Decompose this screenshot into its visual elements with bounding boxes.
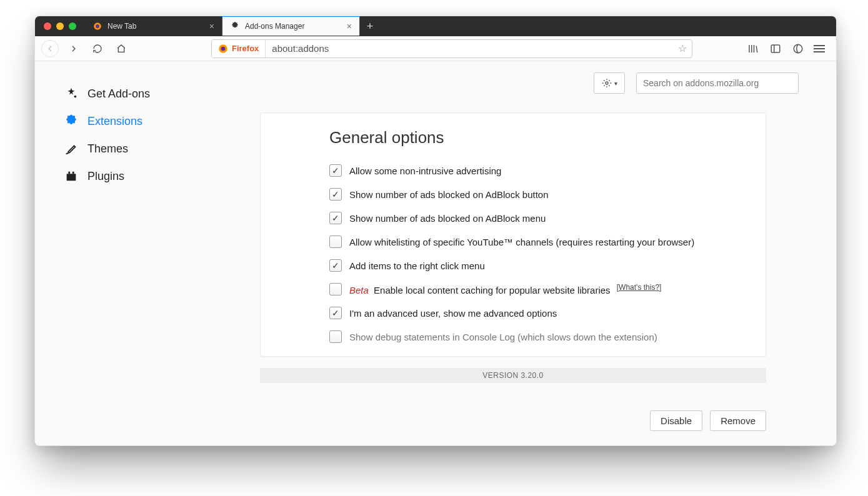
option-row: Beta Enable local content caching for po… bbox=[329, 277, 751, 301]
option-row: Add items to the right click menu bbox=[329, 254, 751, 277]
version-strip: VERSION 3.20.0 bbox=[260, 368, 766, 383]
svg-rect-7 bbox=[67, 174, 76, 181]
checkbox-show-count-button[interactable] bbox=[329, 188, 342, 201]
tab-new-tab[interactable]: New Tab × bbox=[85, 16, 222, 36]
option-label: Add items to the right click menu bbox=[349, 260, 485, 271]
addons-toolbar: ▾ bbox=[260, 72, 805, 94]
sparkle-icon bbox=[64, 86, 79, 101]
sidebar-item-label: Themes bbox=[87, 142, 128, 156]
option-row: Allow some non-intrusive advertising bbox=[329, 159, 751, 182]
option-row: Show debug statements in Console Log (wh… bbox=[329, 325, 751, 349]
option-label: Show number of ads blocked on AdBlock bu… bbox=[349, 189, 549, 200]
tab-label: New Tab bbox=[107, 22, 136, 31]
minimize-window-button[interactable] bbox=[56, 22, 64, 30]
sidebar-item-label: Extensions bbox=[87, 115, 142, 128]
puzzle-icon bbox=[230, 21, 240, 31]
gear-icon bbox=[602, 78, 612, 88]
checkbox-debug-console[interactable] bbox=[329, 330, 342, 343]
close-window-button[interactable] bbox=[44, 22, 51, 30]
version-text: VERSION 3.20.0 bbox=[482, 371, 543, 380]
extension-options-panel: General options Allow some non-intrusive… bbox=[260, 112, 766, 357]
checkbox-local-caching[interactable] bbox=[329, 283, 342, 295]
checkbox-youtube-whitelist[interactable] bbox=[329, 236, 342, 248]
close-tab-icon[interactable]: × bbox=[209, 21, 214, 31]
option-label: I'm an advanced user, show me advanced o… bbox=[349, 308, 557, 319]
option-label: Allow whitelisting of specific YouTube™ … bbox=[349, 237, 694, 247]
svg-point-10 bbox=[606, 82, 608, 84]
new-tab-button[interactable]: + bbox=[360, 16, 380, 36]
close-tab-icon[interactable]: × bbox=[347, 21, 352, 31]
svg-point-5 bbox=[794, 44, 802, 53]
remove-button[interactable]: Remove bbox=[710, 410, 766, 431]
checkbox-advanced-user[interactable] bbox=[329, 307, 342, 319]
option-row: I'm an advanced user, show me advanced o… bbox=[329, 301, 751, 325]
back-button[interactable] bbox=[41, 40, 59, 57]
option-label: Allow some non-intrusive advertising bbox=[349, 166, 501, 176]
checkbox-allow-ads[interactable] bbox=[329, 164, 342, 177]
menu-button[interactable] bbox=[814, 42, 827, 56]
identity-box[interactable]: Firefox bbox=[212, 40, 266, 57]
browser-window: New Tab × Add-ons Manager × + bbox=[34, 16, 837, 446]
whats-this-link[interactable]: [What's this?] bbox=[617, 283, 662, 292]
firefox-icon bbox=[218, 44, 228, 54]
bookmark-star-icon[interactable]: ☆ bbox=[673, 42, 692, 54]
addons-search-input[interactable] bbox=[636, 72, 799, 94]
toolbar-right-icons bbox=[746, 42, 830, 56]
svg-point-1 bbox=[96, 24, 99, 28]
shield-icon[interactable] bbox=[791, 42, 805, 56]
option-label: Show number of ads blocked on AdBlock me… bbox=[349, 213, 546, 224]
sidebar-item-label: Plugins bbox=[87, 170, 124, 183]
tab-addons-manager[interactable]: Add-ons Manager × bbox=[222, 16, 360, 36]
sidebar-item-label: Get Add-ons bbox=[87, 87, 150, 101]
firefox-icon bbox=[92, 21, 102, 31]
window-controls bbox=[35, 16, 85, 36]
sidebar-item-themes[interactable]: Themes bbox=[60, 135, 254, 162]
plugin-block-icon bbox=[64, 169, 79, 184]
url-bar[interactable]: Firefox ☆ bbox=[211, 39, 692, 58]
puzzle-icon bbox=[64, 114, 79, 129]
option-row: Show number of ads blocked on AdBlock bu… bbox=[329, 182, 751, 206]
forward-button[interactable] bbox=[65, 40, 82, 57]
panel-heading: General options bbox=[329, 128, 751, 147]
extension-actions: Disable Remove bbox=[260, 410, 766, 431]
sidebar-item-plugins[interactable]: Plugins bbox=[60, 162, 254, 190]
tools-menu-button[interactable]: ▾ bbox=[594, 72, 625, 94]
tab-label: Add-ons Manager bbox=[245, 22, 304, 31]
option-row: Show number of ads blocked on AdBlock me… bbox=[329, 206, 751, 230]
option-label: Show debug statements in Console Log (wh… bbox=[349, 332, 657, 342]
svg-point-3 bbox=[221, 46, 226, 51]
option-row: Allow whitelisting of specific YouTube™ … bbox=[329, 230, 751, 254]
checkbox-right-click-menu[interactable] bbox=[329, 259, 342, 272]
dropdown-caret-icon: ▾ bbox=[614, 80, 617, 87]
addons-main: ▾ General options Allow some non-intrusi… bbox=[260, 61, 836, 445]
addons-sidebar: Get Add-ons Extensions Themes bbox=[35, 61, 260, 445]
svg-rect-8 bbox=[68, 172, 70, 174]
maximize-window-button[interactable] bbox=[69, 22, 76, 30]
brush-icon bbox=[64, 141, 79, 156]
sidebar-item-get-addons[interactable]: Get Add-ons bbox=[60, 80, 254, 107]
library-icon[interactable] bbox=[746, 42, 760, 56]
checkbox-show-count-menu[interactable] bbox=[329, 212, 342, 224]
svg-rect-4 bbox=[771, 45, 780, 52]
home-button[interactable] bbox=[112, 40, 130, 57]
sidebar-item-extensions[interactable]: Extensions bbox=[60, 107, 254, 135]
sidebar-icon[interactable] bbox=[769, 42, 782, 56]
svg-rect-9 bbox=[72, 172, 74, 174]
url-input[interactable] bbox=[266, 43, 673, 54]
content-area: Get Add-ons Extensions Themes bbox=[35, 61, 836, 445]
option-label: Enable local content caching for popular… bbox=[374, 285, 611, 295]
identity-label: Firefox bbox=[232, 44, 259, 53]
nav-toolbar: Firefox ☆ bbox=[35, 36, 836, 61]
beta-badge: Beta bbox=[349, 285, 369, 295]
tab-bar: New Tab × Add-ons Manager × + bbox=[35, 16, 836, 36]
reload-button[interactable] bbox=[89, 40, 106, 57]
disable-button[interactable]: Disable bbox=[650, 410, 702, 431]
svg-point-6 bbox=[74, 96, 77, 98]
